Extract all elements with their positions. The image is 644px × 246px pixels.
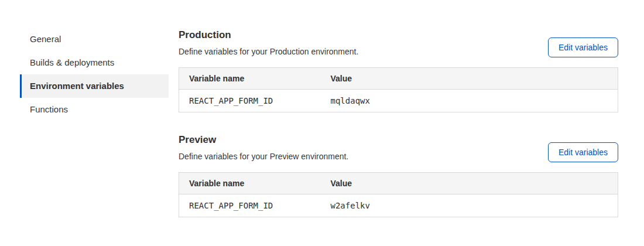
preview-section: Preview Define variables for your Previe…: [179, 134, 618, 217]
edit-variables-button-production[interactable]: Edit variables: [548, 37, 618, 57]
table-row: REACT_APP_FORM_ID w2afelkv: [179, 194, 618, 217]
production-title: Production: [179, 29, 358, 41]
sidebar-item-functions[interactable]: Functions: [20, 98, 169, 121]
column-header-variable-name: Variable name: [179, 173, 321, 194]
column-header-value: Value: [321, 68, 618, 90]
sidebar-item-label: Functions: [30, 104, 68, 114]
production-section-header: Production Define variables for your Pro…: [179, 29, 618, 56]
settings-content: Production Define variables for your Pro…: [179, 0, 618, 246]
production-description: Define variables for your Production env…: [179, 47, 358, 56]
variable-name-cell: REACT_APP_FORM_ID: [179, 90, 321, 112]
sidebar-item-builds-deployments[interactable]: Builds & deployments: [20, 51, 169, 74]
preview-section-header: Preview Define variables for your Previe…: [179, 134, 618, 161]
environment-variables-settings-page: General Builds & deployments Environment…: [0, 0, 644, 246]
settings-sidebar: General Builds & deployments Environment…: [20, 0, 169, 246]
sidebar-item-label: Environment variables: [30, 81, 124, 91]
column-header-value: Value: [321, 173, 618, 194]
sidebar-item-environment-variables[interactable]: Environment variables: [20, 74, 169, 98]
production-variables-table: Variable name Value REACT_APP_FORM_ID mq…: [179, 67, 618, 112]
variable-value-cell: w2afelkv: [321, 194, 618, 217]
preview-description: Define variables for your Preview enviro…: [179, 152, 348, 161]
sidebar-item-label: General: [30, 34, 61, 44]
column-header-variable-name: Variable name: [179, 68, 321, 90]
preview-variables-table: Variable name Value REACT_APP_FORM_ID w2…: [179, 172, 618, 217]
variable-value-cell: mqldaqwx: [321, 90, 618, 112]
sidebar-item-general[interactable]: General: [20, 28, 169, 51]
sidebar-item-label: Builds & deployments: [30, 57, 114, 67]
preview-title: Preview: [179, 134, 348, 146]
variable-name-cell: REACT_APP_FORM_ID: [179, 194, 321, 217]
table-header-row: Variable name Value: [179, 173, 618, 194]
table-header-row: Variable name Value: [179, 68, 618, 90]
table-row: REACT_APP_FORM_ID mqldaqwx: [179, 90, 618, 112]
production-section: Production Define variables for your Pro…: [179, 29, 618, 112]
edit-variables-button-preview[interactable]: Edit variables: [548, 142, 618, 162]
